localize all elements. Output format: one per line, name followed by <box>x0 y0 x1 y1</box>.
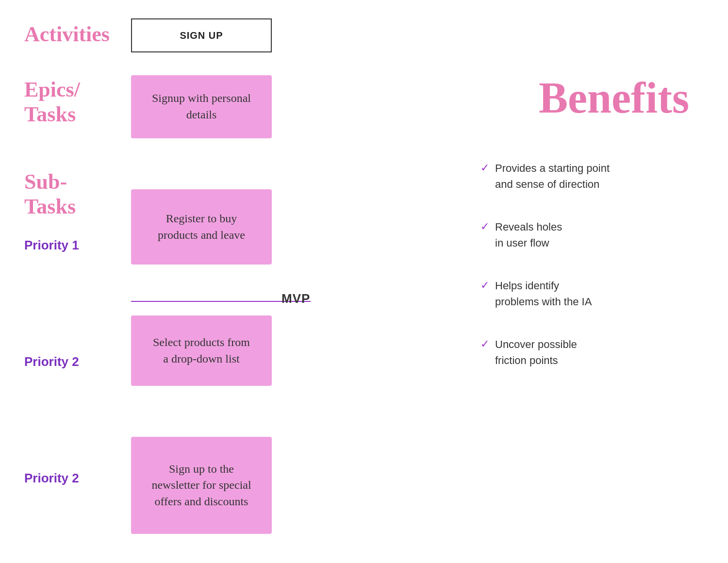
benefit-item-2: ✓ Reveals holesin user flow <box>480 219 699 251</box>
task-box-select: Select products froma drop-down list <box>131 315 272 386</box>
task-signup-text: Signup with personal details <box>141 90 262 123</box>
benefit-text-4: Uncover possiblefriction points <box>495 336 577 368</box>
task-select-text: Select products froma drop-down list <box>153 334 250 367</box>
benefit-item-3: ✓ Helps identifyproblems with the IA <box>480 278 699 310</box>
task-box-register: Register to buyproducts and leave <box>131 189 272 265</box>
benefit-item-1: ✓ Provides a starting pointand sense of … <box>480 160 699 192</box>
page-container: Activities SIGN UP Epics/Tasks Sub-Tasks… <box>0 0 728 563</box>
check-icon-4: ✓ <box>480 338 489 350</box>
benefits-list: ✓ Provides a starting pointand sense of … <box>480 160 699 395</box>
task-newsletter-text: Sign up to thenewsletter for specialoffe… <box>151 461 251 510</box>
task-register-text: Register to buyproducts and leave <box>158 211 245 243</box>
priority2b-label: Priority 2 <box>24 471 79 486</box>
priority1-label: Priority 1 <box>24 238 79 253</box>
benefit-item-4: ✓ Uncover possiblefriction points <box>480 336 699 368</box>
benefit-text-2: Reveals holesin user flow <box>495 219 562 251</box>
mvp-label: MVP <box>281 291 310 306</box>
signup-button[interactable]: SIGN UP <box>131 18 272 52</box>
check-icon-1: ✓ <box>480 162 489 174</box>
priority2a-label: Priority 2 <box>24 354 79 369</box>
task-box-newsletter: Sign up to thenewsletter for specialoffe… <box>131 437 272 534</box>
epics-tasks-label: Epics/Tasks <box>24 78 80 127</box>
activities-label: Activities <box>24 22 110 47</box>
check-icon-3: ✓ <box>480 279 489 292</box>
check-icon-2: ✓ <box>480 220 489 233</box>
benefit-text-1: Provides a starting pointand sense of di… <box>495 160 610 192</box>
benefit-text-3: Helps identifyproblems with the IA <box>495 278 592 310</box>
subtasks-label: Sub-Tasks <box>24 170 76 219</box>
benefits-title: Benefits <box>539 73 689 123</box>
task-box-signup: Signup with personal details <box>131 75 272 138</box>
